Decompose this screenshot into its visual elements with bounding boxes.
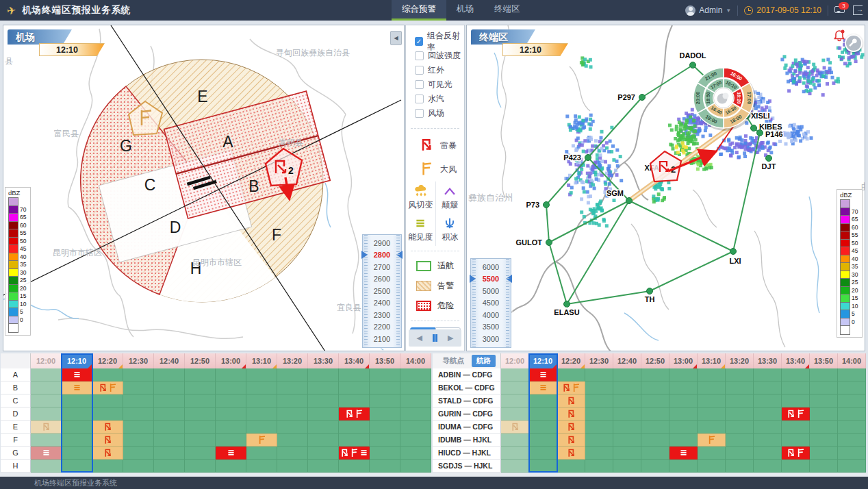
user-menu[interactable]: Admin ▼	[685, 5, 731, 16]
altitude-value-2100[interactable]: 2100	[363, 333, 401, 345]
terminal-map-panel[interactable]: 彝族自治州曲 DADOLP297P423P73GULOTSGMELASUTHLX…	[466, 25, 865, 351]
nav-tab-1[interactable]: 机场	[446, 0, 484, 21]
cell-GURIN — CDFG-12:20[interactable]	[557, 408, 585, 421]
time-col-12:00[interactable]: 12:00	[501, 353, 529, 368]
cell-E-12:20[interactable]	[92, 421, 123, 434]
cell-B-14:00[interactable]	[400, 381, 431, 394]
cell-C-14:00[interactable]	[400, 394, 431, 408]
time-col-14:00[interactable]: 14:00	[838, 353, 866, 368]
layer-checkbox-3[interactable]	[415, 80, 424, 89]
cell-SGDJS — HJKL-13:20[interactable]	[726, 460, 754, 473]
airport-map-panel[interactable]: 2 EAGCBDFH 县寻甸回族彝族自治县富民县嵩明县昆明市市辖区昆明市市辖区宜…	[3, 25, 405, 351]
cell-H-12:10[interactable]	[62, 460, 92, 473]
time-col-12:10[interactable]: 12:10	[62, 353, 92, 368]
cell-BEKOL — CDFG-12:20[interactable]	[557, 381, 585, 394]
cell-B-12:10[interactable]	[62, 381, 92, 394]
time-col-13:30[interactable]: 13:30	[308, 353, 339, 368]
cell-D-12:50[interactable]	[185, 408, 216, 421]
time-col-12:10[interactable]: 12:10	[529, 353, 557, 368]
step-back-button[interactable]: ◀	[417, 334, 422, 342]
time-col-13:20[interactable]: 13:20	[277, 353, 308, 368]
altitude-value-5500[interactable]: 5500	[471, 273, 511, 286]
cell-BEKOL — CDFG-12:00[interactable]	[501, 381, 529, 394]
layer-row-0[interactable]: ✓组合反射率	[415, 34, 464, 49]
altitude-value-2200[interactable]: 2200	[363, 321, 401, 334]
cell-E-13:40[interactable]	[339, 421, 370, 434]
cell-H-13:50[interactable]	[370, 460, 400, 473]
cell-A-12:40[interactable]	[154, 368, 185, 381]
messages-button[interactable]: 3	[834, 5, 847, 16]
cell-IDUMA — CDFG-13:10[interactable]	[698, 421, 726, 434]
cell-A-13:10[interactable]	[246, 368, 277, 381]
cell-HIUCD — HJKL-12:20[interactable]	[557, 447, 585, 460]
pause-button[interactable]	[433, 334, 437, 342]
cell-E-13:50[interactable]	[370, 421, 400, 434]
airport-map[interactable]: 2 EAGCBDFH 县寻甸回族彝族自治县富民县嵩明县昆明市市辖区昆明市市辖区宜…	[3, 25, 404, 351]
cell-GURIN — CDFG-13:30[interactable]	[754, 408, 782, 421]
layer-checkbox-1[interactable]	[415, 51, 424, 60]
slider-handle-right[interactable]	[396, 251, 403, 259]
cell-H-12:50[interactable]	[185, 460, 216, 473]
cell-IDUMA — CDFG-13:40[interactable]	[782, 421, 810, 434]
cell-G-13:00[interactable]	[216, 447, 246, 460]
cell-STALD — CDFG-12:10[interactable]	[529, 394, 557, 408]
cell-B-13:20[interactable]	[277, 381, 308, 394]
cell-H-13:00[interactable]	[216, 460, 246, 473]
cell-D-12:40[interactable]	[154, 408, 185, 421]
cell-SGDJS — HJKL-12:10[interactable]	[529, 460, 557, 473]
cell-ADBIN — CDFG-13:10[interactable]	[698, 368, 726, 381]
cell-D-13:10[interactable]	[246, 408, 277, 421]
cell-SGDJS — HJKL-13:10[interactable]	[698, 460, 726, 473]
cell-B-13:10[interactable]	[246, 381, 277, 394]
cell-IDUMA — CDFG-12:10[interactable]	[529, 421, 557, 434]
cell-BEKOL — CDFG-12:50[interactable]	[641, 381, 669, 394]
cell-C-13:30[interactable]	[308, 394, 339, 408]
cell-B-12:00[interactable]	[31, 381, 62, 394]
cell-A-13:00[interactable]	[216, 368, 246, 381]
altitude-value-6000[interactable]: 6000	[471, 261, 511, 273]
cell-STALD — CDFG-13:20[interactable]	[726, 394, 754, 408]
cell-STALD — CDFG-13:00[interactable]	[669, 394, 698, 408]
cell-E-13:00[interactable]	[216, 421, 246, 434]
cell-F-13:40[interactable]	[339, 434, 370, 447]
cell-A-12:50[interactable]	[185, 368, 216, 381]
altitude-value-3500[interactable]: 3500	[471, 321, 511, 334]
cell-G-12:50[interactable]	[185, 447, 216, 460]
cell-D-12:20[interactable]	[92, 408, 123, 421]
cell-F-14:00[interactable]	[400, 434, 431, 447]
cell-SGDJS — HJKL-14:00[interactable]	[838, 460, 866, 473]
cell-GURIN — CDFG-12:40[interactable]	[613, 408, 641, 421]
cell-B-13:30[interactable]	[308, 381, 339, 394]
cell-SGDJS — HJKL-12:50[interactable]	[641, 460, 669, 473]
cell-E-12:10[interactable]	[62, 421, 92, 434]
cell-BEKOL — CDFG-13:40[interactable]	[782, 381, 810, 394]
cell-STALD — CDFG-13:50[interactable]	[810, 394, 838, 408]
altitude-value-2800[interactable]: 2800	[363, 249, 401, 262]
time-col-13:10[interactable]: 13:10	[246, 353, 277, 368]
cell-B-12:50[interactable]	[185, 381, 216, 394]
time-col-12:20[interactable]: 12:20	[92, 353, 123, 368]
cell-GURIN — CDFG-13:00[interactable]	[669, 408, 698, 421]
terminal-map[interactable]: 彝族自治州曲 DADOLP297P423P73GULOTSGMELASUTHLX…	[467, 25, 865, 351]
cell-ADBIN — CDFG-12:40[interactable]	[613, 368, 641, 381]
time-col-12:50[interactable]: 12:50	[641, 353, 669, 368]
cell-STALD — CDFG-13:40[interactable]	[782, 394, 810, 408]
cell-HIUCD — HJKL-13:40[interactable]	[782, 447, 810, 460]
slider-handle-left[interactable]	[361, 251, 368, 259]
cell-SGDJS — HJKL-12:30[interactable]	[585, 460, 613, 473]
cell-ADBIN — CDFG-13:00[interactable]	[669, 368, 698, 381]
cell-C-12:00[interactable]	[31, 394, 62, 408]
cell-E-13:10[interactable]	[246, 421, 277, 434]
cell-G-12:40[interactable]	[154, 447, 185, 460]
cell-HIUCD — HJKL-12:30[interactable]	[585, 447, 613, 460]
time-col-13:00[interactable]: 13:00	[216, 353, 246, 368]
time-col-13:10[interactable]: 13:10	[698, 353, 726, 368]
cell-GURIN — CDFG-12:10[interactable]	[529, 408, 557, 421]
cell-GURIN — CDFG-13:10[interactable]	[698, 408, 726, 421]
cell-SGDJS — HJKL-12:00[interactable]	[501, 460, 529, 473]
cell-A-14:00[interactable]	[400, 368, 431, 381]
layer-row-1[interactable]: 回波强度	[415, 49, 464, 63]
cell-A-12:20[interactable]	[92, 368, 123, 381]
cell-E-12:30[interactable]	[123, 421, 154, 434]
cell-H-13:10[interactable]	[246, 460, 277, 473]
